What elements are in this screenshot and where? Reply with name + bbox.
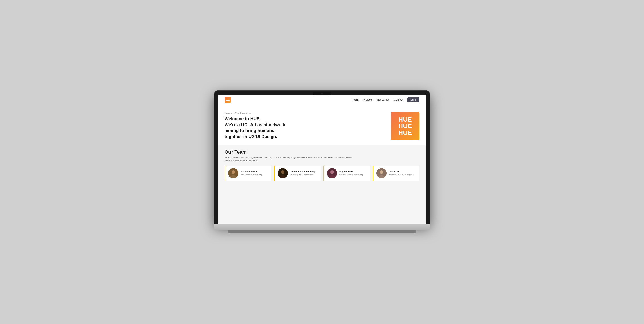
login-button[interactable]: Login [408, 97, 420, 102]
team-info-marina: Marina Souliman User Research, Prototypi… [240, 170, 262, 176]
screen: Team Projects Resources Contact Login Hu… [218, 94, 426, 224]
team-role-gabrielle: UX Writing, SEO, Accessibility [290, 174, 316, 176]
nav-links: Team Projects Resources Contact Login [352, 97, 420, 102]
hue-logo-line-1: HUE [398, 116, 412, 123]
laptop-container: Team Projects Resources Contact Login Hu… [214, 91, 430, 233]
hero-title: Welcome to HUE.We're a UCLA-based networ… [224, 116, 286, 139]
svg-point-1 [232, 170, 235, 174]
nav-contact[interactable]: Contact [394, 98, 403, 101]
team-name-priyana: Priyana Patel [339, 170, 363, 173]
svg-point-7 [330, 170, 334, 174]
avatar-marina [228, 168, 238, 178]
avatar-grace-svg [376, 168, 386, 178]
camera-dot [321, 93, 323, 94]
team-card-grace[interactable]: Grace Zhu Interface Design & Development [373, 166, 420, 181]
team-section-description: We are proud of the diverse backgrounds … [224, 156, 356, 162]
team-section: Our Team We are proud of the diverse bac… [218, 145, 426, 224]
laptop-foot [228, 230, 416, 233]
team-name-grace: Grace Zhu [389, 170, 414, 173]
avatar-priyana-svg [327, 168, 337, 178]
team-cards: Marina Souliman User Research, Prototypi… [224, 166, 420, 181]
team-card-priyana[interactable]: Priyana Patel Contents Strategy, Prototy… [323, 166, 370, 181]
website: Team Projects Resources Contact Login Hu… [218, 94, 426, 224]
logo[interactable] [224, 97, 231, 103]
logo-line-3 [226, 100, 230, 101]
hue-logo-line-2: HUE [398, 123, 412, 129]
team-role-marina: User Research, Prototyping [240, 174, 262, 176]
hue-logo-large: HUE HUE HUE [391, 112, 420, 140]
team-role-priyana: Contents Strategy, Prototyping [339, 174, 363, 176]
navbar: Team Projects Resources Contact Login [218, 94, 426, 105]
laptop-base [214, 224, 430, 230]
svg-point-4 [281, 170, 284, 174]
avatar-priyana [327, 168, 337, 178]
nav-projects[interactable]: Projects [363, 98, 372, 101]
team-info-priyana: Priyana Patel Contents Strategy, Prototy… [339, 170, 363, 176]
camera-notch [313, 92, 331, 95]
screen-bezel: Team Projects Resources Contact Login Hu… [214, 91, 430, 224]
team-name-gabrielle: Gabrielle Kyra Sumilang [290, 170, 316, 173]
team-section-title: Our Team [224, 149, 420, 155]
team-card-marina[interactable]: Marina Souliman User Research, Prototypi… [224, 166, 271, 181]
hero-text: Humans in User Experience Welcome to HUE… [224, 112, 286, 139]
avatar-grace [376, 168, 386, 178]
team-card-gabrielle[interactable]: Gabrielle Kyra Sumilang UX Writing, SEO,… [274, 166, 321, 181]
nav-resources[interactable]: Resources [377, 98, 390, 101]
team-info-grace: Grace Zhu Interface Design & Development [389, 170, 414, 176]
avatar-marina-svg [228, 168, 238, 178]
hero-subtitle: Humans in User Experience [224, 112, 286, 114]
logo-line-1 [226, 99, 230, 99]
avatar-gabrielle-svg [278, 168, 288, 178]
team-role-grace: Interface Design & Development [389, 174, 414, 176]
team-name-marina: Marina Souliman [240, 170, 262, 173]
logo-line-2 [226, 100, 230, 100]
hero-section: Humans in User Experience Welcome to HUE… [218, 105, 426, 145]
avatar-gabrielle [278, 168, 288, 178]
team-info-gabrielle: Gabrielle Kyra Sumilang UX Writing, SEO,… [290, 170, 316, 176]
hue-logo-line-3: HUE [398, 130, 412, 136]
nav-team[interactable]: Team [352, 98, 359, 101]
svg-point-10 [380, 170, 383, 174]
